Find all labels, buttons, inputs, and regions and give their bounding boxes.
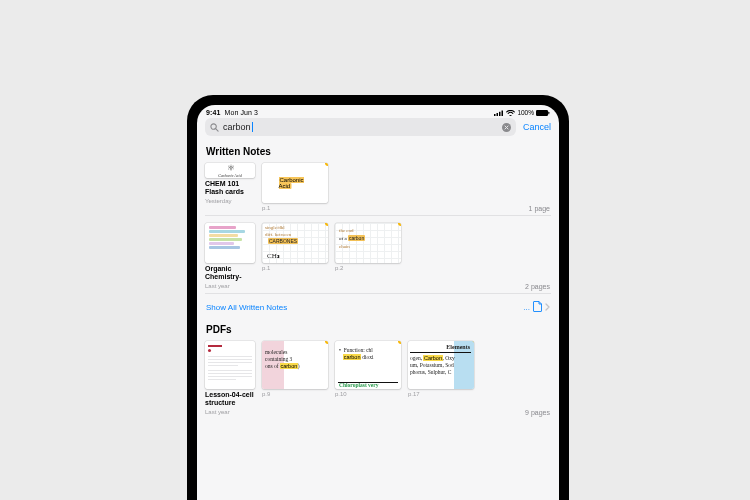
document-icon bbox=[533, 301, 542, 314]
page-label: p.1 bbox=[262, 205, 328, 211]
document-item[interactable]: ⚛ Carbonic Acid CHEM 101 Flash cards Yes… bbox=[205, 163, 255, 204]
thumbnail: ⚛ Carbonic Acid bbox=[205, 163, 255, 178]
result-row: Lesson-04-cell structure and... Last yea… bbox=[205, 341, 551, 419]
result-row: Organic Chemistry- Fu... Last year singl… bbox=[205, 215, 551, 293]
thumbnail bbox=[205, 223, 255, 263]
page-count: 2 pages bbox=[525, 283, 550, 290]
svg-rect-3 bbox=[502, 110, 504, 116]
svg-rect-5 bbox=[548, 111, 549, 114]
search-icon bbox=[210, 118, 219, 136]
cellular-icon bbox=[494, 110, 504, 116]
page-count: 9 pages bbox=[525, 409, 550, 416]
page-count: 1 page bbox=[529, 205, 550, 212]
thumbnail: moleculescontaining 3ons of carbon) bbox=[262, 341, 328, 389]
match-badge-icon bbox=[325, 163, 328, 166]
page-label: p.1 bbox=[262, 265, 328, 271]
section-title-written: Written Notes bbox=[206, 146, 551, 157]
ellipsis-icon: ... bbox=[523, 303, 530, 312]
chevron-right-icon bbox=[545, 303, 550, 313]
thumbnail: Elements ogen, Carbon, Oxyum, Potassium,… bbox=[408, 341, 474, 389]
svg-rect-2 bbox=[499, 111, 501, 115]
item-subtitle: Yesterday bbox=[205, 198, 255, 204]
section-title-pdfs: PDFs bbox=[206, 324, 551, 335]
result-row: ⚛ Carbonic Acid CHEM 101 Flash cards Yes… bbox=[205, 163, 551, 215]
page-preview[interactable]: single/dbl diff. between CARBONES CH₃ p.… bbox=[262, 223, 328, 271]
thumbnail: single/dbl diff. between CARBONES CH₃ bbox=[262, 223, 328, 263]
document-item[interactable]: Organic Chemistry- Fu... Last year bbox=[205, 223, 255, 289]
battery-text: 100% bbox=[517, 109, 534, 116]
page-label: p.17 bbox=[408, 391, 474, 397]
show-all-label: Show All Written Notes bbox=[206, 303, 287, 312]
item-subtitle: Last year bbox=[205, 409, 255, 415]
match-badge-icon bbox=[325, 341, 328, 344]
page-preview[interactable]: the end of a carbon chain p.2 bbox=[335, 223, 401, 271]
battery-icon bbox=[536, 110, 550, 116]
match-badge-icon bbox=[398, 223, 401, 226]
thumbnail: Carbonic Acid bbox=[262, 163, 328, 203]
wifi-icon bbox=[506, 110, 515, 116]
svg-rect-1 bbox=[497, 113, 499, 116]
page-label: p.2 bbox=[335, 265, 401, 271]
page-preview[interactable]: Carbonic Acid p.1 bbox=[262, 163, 328, 211]
cancel-button[interactable]: Cancel bbox=[523, 122, 551, 132]
page-preview[interactable]: • Function: chl carbon dioxi Chloroplast… bbox=[335, 341, 401, 397]
thumbnail: the end of a carbon chain bbox=[335, 223, 401, 263]
thumbnail bbox=[205, 341, 255, 389]
thumbnail: • Function: chl carbon dioxi Chloroplast… bbox=[335, 341, 401, 389]
match-badge-icon bbox=[398, 341, 401, 344]
svg-line-7 bbox=[216, 129, 218, 131]
page-preview[interactable]: Elements ogen, Carbon, Oxyum, Potassium,… bbox=[408, 341, 474, 397]
show-all-row[interactable]: Show All Written Notes ... bbox=[205, 293, 551, 321]
item-title: CHEM 101 Flash cards bbox=[205, 180, 255, 196]
search-field[interactable]: carbon bbox=[205, 118, 516, 136]
status-date: Mon Jun 3 bbox=[224, 109, 258, 116]
item-title: Lesson-04-cell structure and... bbox=[205, 391, 255, 407]
page-preview[interactable]: moleculescontaining 3ons of carbon) p.9 bbox=[262, 341, 328, 397]
document-item[interactable]: Lesson-04-cell structure and... Last yea… bbox=[205, 341, 255, 415]
search-input[interactable]: carbon bbox=[223, 122, 251, 132]
clear-icon[interactable] bbox=[502, 118, 511, 136]
status-bar: 9:41 Mon Jun 3 100% bbox=[197, 105, 559, 118]
page-label: p.10 bbox=[335, 391, 401, 397]
item-title: Organic Chemistry- Fu... bbox=[205, 265, 255, 281]
svg-rect-0 bbox=[494, 114, 496, 116]
status-time: 9:41 bbox=[206, 109, 220, 116]
item-subtitle: Last year bbox=[205, 283, 255, 289]
page-label: p.9 bbox=[262, 391, 328, 397]
match-badge-icon bbox=[325, 223, 328, 226]
svg-rect-4 bbox=[536, 110, 548, 116]
